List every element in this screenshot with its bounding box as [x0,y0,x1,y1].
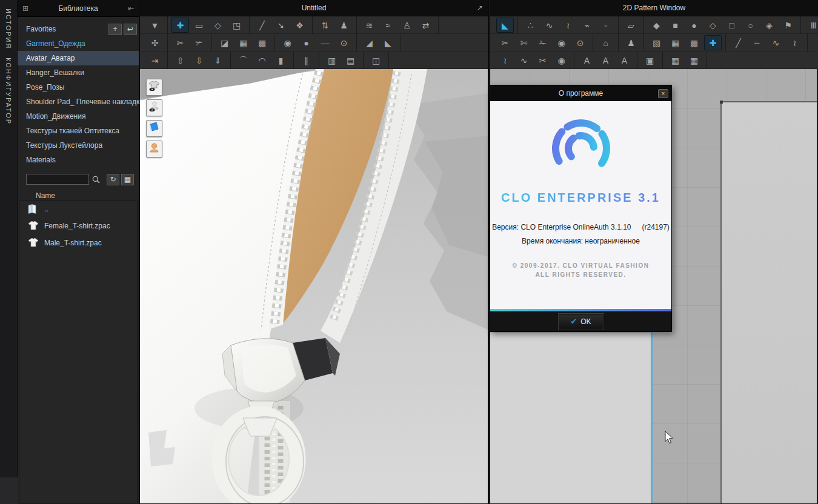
sew-segment-tool-icon[interactable]: ✂ [171,35,189,50]
walk-avatar-tool-icon[interactable]: ✣ [146,35,164,50]
library-item-shoulder-pad[interactable]: Shoulder Pad_ Плечевые накладки [18,94,139,109]
drop-arrow-tool-icon[interactable]: ▼ [146,18,164,33]
circle-outline-tool-icon[interactable]: ○ [742,18,759,33]
simulate-stack-alt-tool-icon[interactable]: ≈ [379,18,397,33]
button-place-tool-icon[interactable]: ◉ [279,35,296,50]
shirring-sew-tool-icon[interactable]: ✂ [534,53,551,68]
pin-panel-icon[interactable]: ⇤ [123,4,139,13]
sew-zoom-tool-icon[interactable]: ⊙ [571,35,589,50]
zipper-tool-tool-icon[interactable]: ∥ [298,53,315,68]
text-add-tool-icon[interactable]: A [597,53,614,68]
texture-checker-tool-icon[interactable]: ▩ [685,35,703,50]
polygon-tool-tool-icon[interactable]: ◆ [648,18,665,33]
library-item-pose[interactable]: Pose_Позы [18,80,139,94]
library-item-hanger[interactable]: Hanger_Вешалки [18,65,139,80]
baste-wave-tool-icon[interactable]: ∿ [767,35,785,50]
show-sewing-tool-icon[interactable]: ◉ [553,35,570,50]
file-row-parent-folder[interactable]: .. [19,201,137,217]
shirring-wave-tool-icon[interactable]: ∿ [515,53,533,68]
refresh-button[interactable]: ↻ [107,174,119,185]
side-tab-history[interactable]: ИСТОРИЯ [5,8,12,49]
pin-curve-tool-icon[interactable]: ➘ [272,18,290,33]
texture-shirt-tool-icon[interactable]: ▦ [667,35,684,50]
pattern-piece-left[interactable] [490,333,653,503]
arrangement-points-tool-icon[interactable]: ♟ [335,18,353,33]
pattern-corner-point[interactable] [720,101,723,104]
edit-node-tool-icon[interactable]: ▫ [597,18,614,33]
toggle-avatar-visibility-button[interactable] [146,99,162,116]
shirt-stripe-tool-icon[interactable]: ▤ [342,53,359,68]
sew-free-tool-icon[interactable]: ✃ [190,35,208,50]
fold-sewing-tool-icon[interactable]: ◪ [216,35,233,50]
measure-tape-tool-icon[interactable]: ◠ [253,53,271,68]
library-item-materials[interactable]: Materials [18,153,139,167]
toggle-garment-visibility-button[interactable] [146,79,162,96]
show-texture-move-tool-icon[interactable]: ✚ [704,35,722,50]
pleats-tool-tool-icon[interactable]: Ⅲ [805,18,818,33]
search-input[interactable] [26,174,89,185]
flatten-right-tool-icon[interactable]: ◣ [379,35,397,50]
add-point-tool-icon[interactable]: ⌁ [578,18,596,33]
button-tool-icon[interactable]: ● [298,35,315,50]
edit-curve-tool-icon[interactable]: ∿ [540,18,558,33]
select-lasso-tool-icon[interactable]: ◇ [209,18,227,33]
close-icon[interactable]: × [658,89,668,98]
texture-edit-tool-icon[interactable]: ▧ [648,35,665,50]
library-item-luxtailor-textures[interactable]: Текстуры Лукстейлора [18,138,139,153]
rectangle-outline-tool-icon[interactable]: □ [723,18,740,33]
render-cube-tool-icon[interactable]: ◫ [367,53,385,68]
edit-curvature-tool-icon[interactable]: ≀ [559,18,577,33]
garment-pack-tool-icon[interactable]: ⇓ [209,53,227,68]
grid-view-button[interactable]: ▦ [121,174,134,185]
text-show-tool-icon[interactable]: A [616,53,633,68]
float-panel-icon[interactable]: ⊞ [18,4,33,13]
simulate-stack-tool-icon[interactable]: ≋ [361,18,378,33]
pattern-piece-right[interactable] [720,101,817,503]
garment-down-tool-icon[interactable]: ⇩ [190,53,208,68]
measure-curve-tool-icon[interactable]: ⌒ [234,53,252,68]
add-favorite-button[interactable]: + [108,24,122,35]
avatar-skin-view-button[interactable] [146,141,162,158]
mirror-garment-tool-icon[interactable]: ⇄ [417,18,434,33]
iron-press-tool-icon[interactable]: ⌂ [597,35,614,50]
shirring-edit-tool-icon[interactable]: ≀ [496,53,514,68]
sew-curve-2d-tool-icon[interactable]: ✁ [534,35,551,50]
file-row-female-tshirt[interactable]: Female_T-shirt.zpac [19,217,137,234]
fold-arrangement-tool-icon[interactable]: ⇅ [316,18,334,33]
grid-show-tool-icon[interactable]: ▦ [685,53,703,68]
baste-dash-tool-icon[interactable]: ┄ [748,35,766,50]
transform-pattern-tool-icon[interactable]: ◣ [496,18,514,33]
library-item-optitex-textures[interactable]: Текстуры тканей Оптитекса [18,124,139,138]
polygon-outline-tool-icon[interactable]: ◇ [704,18,722,33]
shirring-show-tool-icon[interactable]: ◉ [553,53,570,68]
baste-pin-tool-icon[interactable]: ╱ [730,35,747,50]
measure-ruler-tool-icon[interactable]: ▮ [272,53,290,68]
expand-window-icon[interactable]: ↗ [472,4,488,12]
trace-pattern-tool-icon[interactable]: ▱ [622,18,640,33]
select-move-tool-icon[interactable]: ✚ [171,18,189,33]
side-tab-configurator[interactable]: КОНФИГУРАТОР [5,58,12,125]
file-row-male-tshirt[interactable]: Male_T-shirt.zpac [19,234,137,251]
dart-tool-tool-icon[interactable]: ◈ [760,18,778,33]
buttonhole-tool-icon[interactable]: — [316,35,334,50]
shirt-select-tool-icon[interactable]: ▥ [323,53,341,68]
shirt-checker-tool-icon[interactable]: ▩ [253,35,271,50]
sew-free-2d-tool-icon[interactable]: ✄ [515,35,533,50]
library-item-avatar[interactable]: Avatar_Аватар [18,51,139,65]
garment-view-tool-icon[interactable]: ♟ [622,35,640,50]
garment-up-tool-icon[interactable]: ⇧ [171,53,189,68]
shirt-texture-tool-icon[interactable]: ▦ [234,35,252,50]
avatar-fit-tool-icon[interactable]: ♙ [398,18,416,33]
pin-garment-tool-icon[interactable]: ❖ [291,18,308,33]
text-edit-tool-icon[interactable]: A [578,53,596,68]
library-item-motion[interactable]: Motion_Движения [18,109,139,124]
sew-segment-2d-tool-icon[interactable]: ✂ [496,35,514,50]
search-icon[interactable] [92,176,100,184]
pin-tool-tool-icon[interactable]: ╱ [253,18,271,33]
button-lock-tool-icon[interactable]: ⊙ [335,35,353,50]
library-item-garment[interactable]: Garment_Одежда [18,36,139,51]
back-button[interactable]: ↩ [124,24,137,35]
pattern-3d-view-button[interactable] [146,120,162,137]
library-item-favorites[interactable]: Favorites+↩ [18,22,139,36]
flatten-left-tool-icon[interactable]: ◢ [361,35,378,50]
